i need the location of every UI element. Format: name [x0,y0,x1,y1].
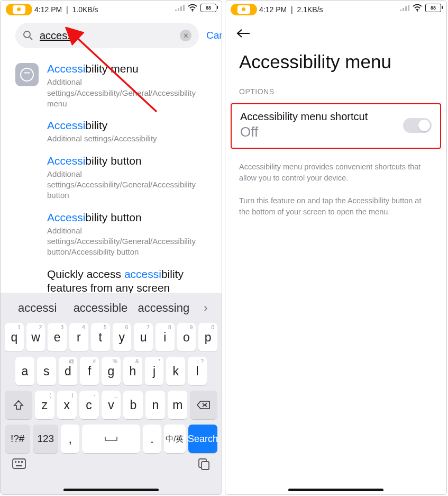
clear-search-button[interactable]: ✕ [180,30,191,41]
key-w[interactable]: w2 [26,323,45,351]
key-n[interactable]: n [145,391,165,419]
camera-pill-icon [231,4,257,15]
key-i[interactable]: i8 [156,323,175,351]
status-speed: 1.0KB/s [72,5,98,14]
key-search[interactable]: Search [188,425,217,453]
result-highlight: Accessi [47,211,85,223]
key-m[interactable]: m [168,391,187,419]
status-time: 4:12 PM [34,5,62,14]
cancel-button[interactable]: Cancel [206,30,222,41]
key-z[interactable]: z( [35,391,54,419]
svg-rect-17 [400,10,401,11]
key-u[interactable]: u7 [134,323,153,351]
key-c[interactable]: c- [79,391,99,419]
search-result[interactable]: Accessibility button Additional settings… [15,145,213,201]
svg-rect-15 [202,462,209,470]
key-k[interactable]: k [166,357,185,385]
software-keyboard: accessi accessible accessing › q1w2e3r4t… [1,293,222,494]
key-e[interactable]: e3 [48,323,67,351]
suggestion[interactable]: accessible [69,301,132,315]
key-language[interactable]: 中/英 [164,425,186,453]
svg-point-21 [417,10,418,11]
key-p[interactable]: p0 [198,323,217,351]
result-plain: Quickly access [47,268,124,280]
result-rest: bility [85,119,107,131]
status-divider: | [64,5,70,14]
page-title: Accessibility menu [225,51,446,73]
svg-rect-3 [183,5,185,11]
screenshot-accessibility-menu: 4:12 PM | 2.1KB/s 88 Accessibility menu … [225,0,447,495]
key-t[interactable]: t5 [91,323,110,351]
search-results: Accessibility menu Additional settings/A… [1,52,222,306]
home-indicator[interactable] [63,489,159,491]
result-highlight: Accessi [47,155,85,167]
key-backspace[interactable] [190,391,217,419]
suggestion[interactable]: accessing [132,301,195,315]
search-result[interactable]: Accessibility Additional settings/Access… [15,109,213,145]
clipboard-icon[interactable] [197,458,210,472]
result-path: Additional settings/Accessibility/Genera… [47,77,213,109]
key-f[interactable]: f# [80,357,99,385]
back-button[interactable] [236,28,251,39]
status-bar: 4:12 PM | 1.0KB/s 88 [1,1,222,19]
key-r[interactable]: r4 [69,323,88,351]
key-space[interactable] [82,425,140,453]
key-period[interactable]: . [143,425,161,453]
result-rest: bility menu [85,62,138,75]
key-g[interactable]: g% [102,357,121,385]
key-numeric[interactable]: 123 [33,425,58,453]
key-y[interactable]: y6 [113,323,132,351]
search-result[interactable]: Accessibility button Additional settings… [15,201,213,258]
camera-pill-icon [6,4,32,15]
key-a[interactable]: a [15,357,34,385]
svg-rect-9 [13,459,25,468]
accessibility-menu-icon [15,63,39,86]
key-d[interactable]: d@ [59,357,78,385]
section-label: OPTIONS [225,87,446,96]
search-icon [23,30,33,41]
battery-icon: 88 [200,4,216,12]
svg-rect-1 [178,8,179,11]
keyboard-settings-icon[interactable] [12,458,26,472]
result-highlight: Accessi [47,62,85,75]
svg-rect-0 [175,10,177,11]
accessibility-shortcut-setting[interactable]: Accessibility menu shortcut Off [231,103,441,149]
svg-rect-10 [15,461,16,463]
result-highlight: accessi [124,268,161,280]
setting-value: Off [240,124,397,140]
result-rest: bility button [85,211,141,223]
description-text: Turn this feature on and tap the Accessi… [225,195,446,218]
key-h[interactable]: h& [123,357,142,385]
result-path: Additional settings/Accessibility/Genera… [47,226,213,258]
signal-icon [400,5,409,11]
key-o[interactable]: o9 [177,323,196,351]
key-symbols[interactable]: !?# [5,425,30,453]
svg-rect-20 [408,5,409,11]
status-speed: 2.1KB/s [297,5,323,14]
home-indicator[interactable] [288,489,383,491]
status-time: 4:12 PM [259,5,287,14]
search-input[interactable] [39,29,175,42]
svg-rect-11 [18,461,20,463]
shortcut-toggle[interactable] [403,118,432,133]
search-field[interactable]: ✕ [15,23,199,48]
search-result[interactable]: Accessibility menu Additional settings/A… [15,52,213,109]
key-s[interactable]: s [37,357,56,385]
wifi-icon [413,4,422,12]
status-divider: | [289,5,295,14]
battery-icon: 88 [425,4,441,12]
suggestion[interactable]: accessi [6,301,69,315]
key-j[interactable]: j* [145,357,164,385]
key-b[interactable]: b [123,391,143,419]
result-path: Additional settings/Accessibility/Genera… [47,169,213,201]
key-q[interactable]: q1 [5,323,24,351]
key-v[interactable]: v_ [102,391,121,419]
key-comma[interactable]: , [61,425,79,453]
svg-rect-18 [403,8,404,11]
suggestions-more[interactable]: › [195,301,216,315]
status-bar: 4:12 PM | 2.1KB/s 88 [225,1,446,19]
key-x[interactable]: x) [57,391,77,419]
key-shift[interactable] [5,391,32,419]
key-l[interactable]: l? [188,357,207,385]
svg-point-5 [24,31,30,38]
